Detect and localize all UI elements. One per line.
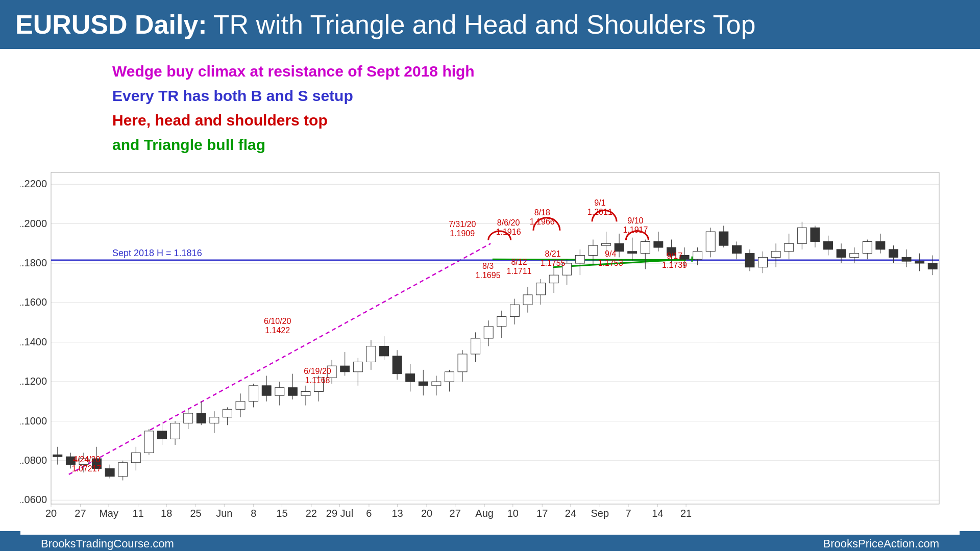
footer-right: BrooksPriceAction.com <box>823 537 939 550</box>
annotation-line4: and Triangle bull flag <box>112 133 868 157</box>
annotations-panel: Wedge buy climax at resistance of Sept 2… <box>0 49 980 162</box>
header-title-normal: TR with Triangle and Head and Shoulders … <box>213 9 756 40</box>
annotation-line3: Here, head and shoulders top <box>112 108 868 133</box>
chart-area <box>20 162 960 531</box>
annotation-line1: Wedge buy climax at resistance of Sept 2… <box>112 59 868 84</box>
annotation-line2: Every TR has both B and S setup <box>112 84 868 108</box>
header-title-bold: EURUSD Daily: <box>15 9 207 40</box>
footer-left: BrooksTradingCourse.com <box>41 537 174 550</box>
header: EURUSD Daily: TR with Triangle and Head … <box>0 0 980 49</box>
